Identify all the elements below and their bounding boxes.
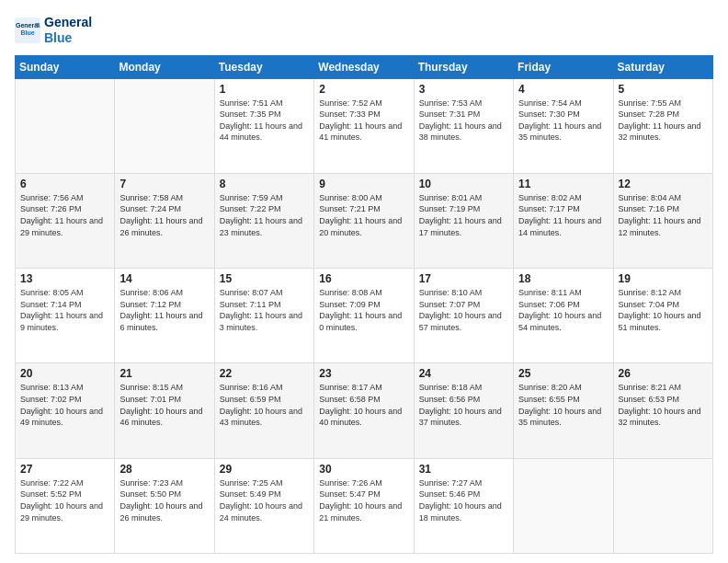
day-number: 16	[319, 272, 408, 285]
calendar-cell: 25Sunrise: 8:20 AMSunset: 6:55 PMDayligh…	[514, 363, 613, 458]
day-number: 24	[419, 367, 508, 380]
day-info: Sunrise: 7:59 AMSunset: 7:22 PMDaylight:…	[220, 192, 309, 238]
weekday-header: Wednesday	[314, 55, 414, 78]
day-info: Sunrise: 8:07 AMSunset: 7:11 PMDaylight:…	[220, 287, 309, 333]
calendar-cell: 16Sunrise: 8:08 AMSunset: 7:09 PMDayligh…	[314, 269, 414, 363]
svg-text:General: General	[16, 22, 40, 29]
day-info: Sunrise: 8:11 AMSunset: 7:06 PMDaylight:…	[518, 287, 608, 333]
calendar-cell: 24Sunrise: 8:18 AMSunset: 6:56 PMDayligh…	[414, 363, 513, 458]
day-number: 23	[319, 367, 408, 380]
calendar-cell: 26Sunrise: 8:21 AMSunset: 6:53 PMDayligh…	[613, 363, 712, 458]
day-info: Sunrise: 7:55 AMSunset: 7:28 PMDaylight:…	[619, 98, 708, 144]
calendar-cell: 23Sunrise: 8:17 AMSunset: 6:58 PMDayligh…	[314, 363, 414, 458]
day-info: Sunrise: 8:13 AMSunset: 7:02 PMDaylight:…	[20, 382, 109, 428]
day-info: Sunrise: 7:56 AMSunset: 7:26 PMDaylight:…	[20, 192, 109, 238]
weekday-header: Monday	[115, 55, 214, 78]
day-info: Sunrise: 8:02 AMSunset: 7:17 PMDaylight:…	[518, 192, 608, 238]
day-number: 26	[619, 367, 708, 380]
calendar-cell: 27Sunrise: 7:22 AMSunset: 5:52 PMDayligh…	[16, 458, 115, 553]
calendar-week-row: 1Sunrise: 7:51 AMSunset: 7:35 PMDaylight…	[16, 78, 713, 173]
day-number: 25	[518, 367, 608, 380]
day-info: Sunrise: 7:53 AMSunset: 7:31 PMDaylight:…	[419, 98, 508, 144]
calendar-cell: 4Sunrise: 7:54 AMSunset: 7:30 PMDaylight…	[514, 78, 613, 173]
day-info: Sunrise: 7:54 AMSunset: 7:30 PMDaylight:…	[518, 98, 608, 144]
calendar-cell: 6Sunrise: 7:56 AMSunset: 7:26 PMDaylight…	[16, 173, 115, 268]
day-number: 31	[419, 463, 508, 476]
day-info: Sunrise: 7:22 AMSunset: 5:52 PMDaylight:…	[20, 477, 109, 523]
calendar-cell	[613, 458, 712, 553]
weekday-header: Thursday	[414, 55, 513, 78]
day-info: Sunrise: 8:18 AMSunset: 6:56 PMDaylight:…	[419, 382, 508, 428]
day-number: 21	[119, 367, 209, 380]
page: General Blue General Blue SundayMondayTu…	[0, 0, 728, 563]
day-info: Sunrise: 7:26 AMSunset: 5:47 PMDaylight:…	[319, 477, 408, 523]
calendar-cell: 15Sunrise: 8:07 AMSunset: 7:11 PMDayligh…	[214, 269, 313, 363]
day-number: 2	[319, 83, 408, 96]
day-info: Sunrise: 8:17 AMSunset: 6:58 PMDaylight:…	[319, 382, 408, 428]
day-info: Sunrise: 7:27 AMSunset: 5:46 PMDaylight:…	[419, 477, 508, 523]
day-number: 22	[220, 367, 309, 380]
weekday-header: Friday	[514, 55, 613, 78]
day-number: 8	[220, 178, 309, 190]
calendar-cell: 22Sunrise: 8:16 AMSunset: 6:59 PMDayligh…	[214, 363, 313, 458]
calendar-header-row: SundayMondayTuesdayWednesdayThursdayFrid…	[16, 55, 713, 78]
day-info: Sunrise: 8:16 AMSunset: 6:59 PMDaylight:…	[220, 382, 309, 428]
day-number: 14	[119, 272, 209, 285]
day-number: 28	[119, 463, 209, 476]
day-number: 13	[20, 272, 109, 285]
day-number: 12	[619, 178, 708, 190]
day-number: 5	[619, 83, 708, 96]
calendar-cell: 11Sunrise: 8:02 AMSunset: 7:17 PMDayligh…	[514, 173, 613, 268]
logo: General Blue General Blue	[15, 15, 92, 46]
calendar-cell	[115, 78, 214, 173]
day-info: Sunrise: 7:58 AMSunset: 7:24 PMDaylight:…	[119, 192, 209, 238]
calendar-cell: 13Sunrise: 8:05 AMSunset: 7:14 PMDayligh…	[16, 269, 115, 363]
day-number: 9	[319, 178, 408, 190]
day-info: Sunrise: 8:21 AMSunset: 6:53 PMDaylight:…	[619, 382, 708, 428]
day-info: Sunrise: 7:25 AMSunset: 5:49 PMDaylight:…	[220, 477, 309, 523]
calendar-table: SundayMondayTuesdayWednesdayThursdayFrid…	[15, 55, 713, 554]
calendar-cell: 1Sunrise: 7:51 AMSunset: 7:35 PMDaylight…	[214, 78, 313, 173]
day-number: 1	[220, 83, 309, 96]
day-number: 30	[319, 463, 408, 476]
calendar-cell: 18Sunrise: 8:11 AMSunset: 7:06 PMDayligh…	[514, 269, 613, 363]
calendar-cell: 8Sunrise: 7:59 AMSunset: 7:22 PMDaylight…	[214, 173, 313, 268]
calendar-cell: 12Sunrise: 8:04 AMSunset: 7:16 PMDayligh…	[613, 173, 712, 268]
day-number: 11	[518, 178, 608, 190]
calendar-cell: 2Sunrise: 7:52 AMSunset: 7:33 PMDaylight…	[314, 78, 414, 173]
day-info: Sunrise: 7:51 AMSunset: 7:35 PMDaylight:…	[220, 98, 309, 144]
day-number: 15	[220, 272, 309, 285]
calendar-cell: 3Sunrise: 7:53 AMSunset: 7:31 PMDaylight…	[414, 78, 513, 173]
calendar-cell: 30Sunrise: 7:26 AMSunset: 5:47 PMDayligh…	[314, 458, 414, 553]
day-info: Sunrise: 8:15 AMSunset: 7:01 PMDaylight:…	[119, 382, 209, 428]
day-number: 29	[220, 463, 309, 476]
svg-text:Blue: Blue	[20, 29, 34, 35]
day-number: 4	[518, 83, 608, 96]
logo-icon: General Blue	[15, 17, 40, 43]
calendar-cell: 9Sunrise: 8:00 AMSunset: 7:21 PMDaylight…	[314, 173, 414, 268]
day-number: 10	[419, 178, 508, 190]
weekday-header: Sunday	[16, 55, 115, 78]
day-number: 20	[20, 367, 109, 380]
calendar-week-row: 13Sunrise: 8:05 AMSunset: 7:14 PMDayligh…	[16, 269, 713, 363]
day-number: 17	[419, 272, 508, 285]
calendar-cell: 7Sunrise: 7:58 AMSunset: 7:24 PMDaylight…	[115, 173, 214, 268]
day-info: Sunrise: 8:04 AMSunset: 7:16 PMDaylight:…	[619, 192, 708, 238]
day-info: Sunrise: 8:20 AMSunset: 6:55 PMDaylight:…	[518, 382, 608, 428]
calendar-week-row: 20Sunrise: 8:13 AMSunset: 7:02 PMDayligh…	[16, 363, 713, 458]
calendar-cell: 31Sunrise: 7:27 AMSunset: 5:46 PMDayligh…	[414, 458, 513, 553]
calendar-cell: 19Sunrise: 8:12 AMSunset: 7:04 PMDayligh…	[613, 269, 712, 363]
day-info: Sunrise: 8:01 AMSunset: 7:19 PMDaylight:…	[419, 192, 508, 238]
day-number: 7	[119, 178, 209, 190]
calendar-cell: 21Sunrise: 8:15 AMSunset: 7:01 PMDayligh…	[115, 363, 214, 458]
day-number: 6	[20, 178, 109, 190]
calendar-cell	[514, 458, 613, 553]
day-info: Sunrise: 7:23 AMSunset: 5:50 PMDaylight:…	[119, 477, 209, 523]
day-number: 19	[619, 272, 708, 285]
logo-text: General Blue	[44, 15, 92, 46]
day-info: Sunrise: 8:06 AMSunset: 7:12 PMDaylight:…	[119, 287, 209, 333]
calendar-week-row: 6Sunrise: 7:56 AMSunset: 7:26 PMDaylight…	[16, 173, 713, 268]
day-info: Sunrise: 7:52 AMSunset: 7:33 PMDaylight:…	[319, 98, 408, 144]
day-number: 27	[20, 463, 109, 476]
calendar-cell: 28Sunrise: 7:23 AMSunset: 5:50 PMDayligh…	[115, 458, 214, 553]
